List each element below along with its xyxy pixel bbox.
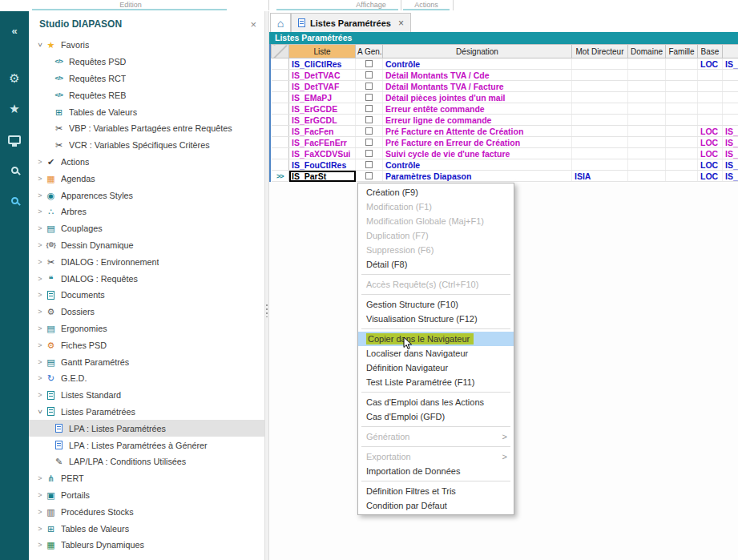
cell-domaine[interactable]	[628, 159, 666, 171]
cell-ref[interactable]	[723, 92, 738, 103]
menu-item-importation-de-donnees[interactable]: Importation de Données	[358, 464, 514, 478]
table-row-is-parst[interactable]: >>IS_ParStParamètres DiapasonISIALOCIS_	[272, 171, 738, 182]
cell-designation[interactable]: Paramètres Diapason	[383, 171, 572, 182]
cell-ref[interactable]: IS_	[723, 148, 738, 159]
menu-item-cas-d-emploi-gfd[interactable]: Cas d'Emploi (GFD)	[358, 409, 514, 424]
a-gen-checkbox[interactable]	[365, 127, 373, 135]
cell-designation[interactable]: Détail Montants TVA / Cde	[383, 70, 572, 81]
chevron-collapsed-icon[interactable]: >	[35, 224, 45, 232]
cell-designation[interactable]: Erreur ligne de commande	[383, 115, 572, 126]
cell-base[interactable]	[698, 103, 723, 115]
cell-base[interactable]: LOC	[698, 58, 723, 70]
cell-mot-directeur[interactable]	[572, 92, 628, 103]
cell-ref[interactable]	[723, 103, 738, 115]
cell-mot-directeur[interactable]	[572, 103, 628, 115]
chevron-collapsed-icon[interactable]: >	[35, 474, 45, 482]
tree-item-tableurs-dynamiques[interactable]: >▦Tableurs Dynamiques	[29, 537, 264, 554]
cell-designation[interactable]: Contrôle	[383, 159, 572, 171]
tree-item-dialog-environnement[interactable]: >✂DIALOG : Environnement	[29, 253, 264, 270]
cell-designation[interactable]: Pré Facture en Erreur de Création	[383, 137, 572, 148]
cell-domaine[interactable]	[628, 148, 666, 159]
table-row-is-ergcde[interactable]: IS_ErGCDEErreur entête commande	[272, 103, 738, 115]
tree-item-lpa-listes-parametrees[interactable]: LPA : Listes Paramétrées	[29, 420, 264, 437]
cell-famille[interactable]	[666, 171, 698, 182]
table-row-is-fouctlres[interactable]: IS_FouCtlResContrôleLOCIS_	[272, 159, 738, 171]
tree-item-gantt-parametres[interactable]: >▤Gantt Paramétrés	[29, 353, 264, 370]
cell-designation[interactable]: Suivi cycle de vie d'une facture	[383, 148, 572, 159]
menu-item-localiser-dans-navigateur[interactable]: Localiser dans Navigateur	[358, 346, 514, 361]
cell-mot-directeur[interactable]	[572, 115, 628, 126]
menu-item-detail-f8[interactable]: Détail (F8)	[358, 257, 514, 272]
tree-item-portails[interactable]: >▣Portails	[29, 487, 264, 504]
tree-item-apparences-styles[interactable]: >◉Apparences Styles	[29, 187, 264, 203]
cell-designation[interactable]: Détail Montants TVA / Facture	[383, 81, 572, 92]
tree-item-favoris[interactable]: >★Favoris	[29, 37, 264, 54]
cell-liste[interactable]: IS_ParSt	[289, 171, 356, 182]
a-gen-checkbox[interactable]	[365, 71, 373, 79]
a-gen-checkbox[interactable]	[365, 172, 373, 179]
cell-liste[interactable]: IS_CliCtlRes	[289, 58, 356, 70]
cell-designation[interactable]: Pré Facture en Attente de Création	[383, 126, 572, 137]
rail-search-button[interactable]	[0, 157, 29, 183]
cell-base[interactable]	[698, 115, 723, 126]
cell-famille[interactable]	[666, 58, 698, 70]
cell-liste[interactable]: IS_ErGCDE	[289, 103, 356, 115]
cell-liste[interactable]: IS_FaXCDVSui	[289, 148, 356, 159]
cell-base[interactable]: LOC	[698, 126, 723, 137]
cell-base[interactable]: LOC	[698, 148, 723, 159]
tab-close-icon[interactable]: ×	[398, 18, 404, 29]
tree-item-procedures-stocks[interactable]: >▥Procédures Stocks	[29, 503, 264, 520]
tree-item-actions[interactable]: >✔Actions	[29, 154, 264, 171]
cell-mot-directeur[interactable]	[572, 70, 628, 81]
rail-collapse-panel-button[interactable]: «	[0, 18, 29, 43]
tree-item-listes-parametrees[interactable]: >Listes Paramétrées	[29, 404, 264, 421]
chevron-collapsed-icon[interactable]: >	[35, 258, 45, 266]
menu-affichage[interactable]: Affichage	[356, 1, 385, 9]
chevron-collapsed-icon[interactable]: >	[35, 341, 45, 349]
menu-item-cas-d-emploi-dans-les-actions[interactable]: Cas d'Emploi dans les Actions	[358, 395, 514, 409]
chevron-collapsed-icon[interactable]: >	[35, 358, 45, 366]
cell-base[interactable]: LOC	[698, 159, 723, 171]
cell-liste[interactable]: IS_ErGCDL	[289, 115, 356, 126]
tree-item-pert[interactable]: >⋔PERT	[29, 470, 264, 487]
tree-item-lap-lpa-conditions-utilisees[interactable]: ✎LAP/LPA : Conditions Utilisées	[29, 453, 264, 470]
tree-item-listes-standard[interactable]: >Listes Standard	[29, 387, 264, 404]
cell-ref[interactable]: IS_	[723, 171, 738, 182]
chevron-expanded-icon[interactable]: >	[36, 407, 44, 417]
tree-item-requetes-reb[interactable]: </>Requêtes REB	[29, 87, 264, 103]
cell-domaine[interactable]	[628, 103, 666, 115]
chevron-collapsed-icon[interactable]: >	[35, 324, 45, 332]
cell-base[interactable]: LOC	[698, 171, 723, 182]
chevron-collapsed-icon[interactable]: >	[35, 491, 45, 499]
column-header-domaine[interactable]: Domaine	[628, 45, 666, 58]
cell-liste[interactable]: IS_FouCtlRes	[289, 159, 356, 171]
cell-domaine[interactable]	[628, 115, 666, 126]
cell-mot-directeur[interactable]	[572, 159, 628, 171]
menu-actions[interactable]: Actions	[414, 1, 438, 9]
rail-settings-button[interactable]: ⚙	[0, 66, 29, 91]
menu-item-visualisation-structure-f12[interactable]: Visualisation Structure (F12)	[358, 312, 514, 326]
cell-designation[interactable]: Contrôle	[383, 58, 572, 70]
cell-mot-directeur[interactable]	[572, 81, 628, 92]
tree-item-arbres[interactable]: >∴Arbres	[29, 203, 264, 220]
cell-famille[interactable]	[666, 137, 698, 148]
tree-item-agendas[interactable]: >▦Agendas	[29, 170, 264, 187]
cell-mot-directeur[interactable]	[572, 148, 628, 159]
cell-ref[interactable]: IS_	[723, 126, 738, 137]
tree-item-vbp-variables-partagees-entre-requetes[interactable]: ✂VBP : Variables Partagées entre Requête…	[29, 120, 264, 137]
tree-item-dessin-dynamique[interactable]: >{⚙}Dessin Dynamique	[29, 237, 264, 254]
table-row-is-clictlres[interactable]: IS_CliCtlResContrôleLOCIS_	[272, 58, 738, 70]
cell-famille[interactable]	[666, 148, 698, 159]
chevron-collapsed-icon[interactable]: >	[35, 207, 45, 216]
chevron-collapsed-icon[interactable]: >	[35, 175, 45, 183]
a-gen-checkbox[interactable]	[365, 60, 373, 67]
menu-item-gestion-structure-f10[interactable]: Gestion Structure (F10)	[358, 297, 514, 312]
rail-search-secondary-button[interactable]	[0, 187, 29, 213]
cell-ref[interactable]	[723, 81, 738, 92]
cell-liste[interactable]: IS_FacFEnErr	[289, 137, 356, 148]
chevron-collapsed-icon[interactable]: >	[35, 391, 45, 399]
tree-item-tables-de-valeurs[interactable]: >⊞Tables de Valeurs	[29, 520, 264, 537]
cell-designation[interactable]: Erreur entête commande	[383, 103, 572, 115]
cell-domaine[interactable]	[628, 137, 666, 148]
column-header-liste[interactable]: Liste	[289, 45, 356, 58]
